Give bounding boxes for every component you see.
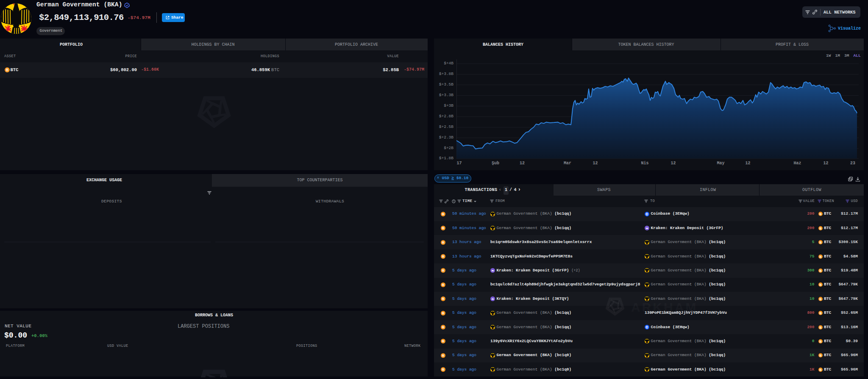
svg-text:B: B	[819, 354, 821, 357]
svg-text:B: B	[442, 255, 445, 258]
svg-text:B: B	[819, 213, 821, 216]
svg-text:B: B	[819, 326, 821, 329]
svg-text:B: B	[6, 68, 8, 72]
svg-text:B: B	[819, 312, 821, 315]
svg-text:B: B	[442, 311, 445, 315]
svg-text:B: B	[442, 212, 445, 216]
svg-text:B: B	[442, 368, 445, 371]
svg-text:B: B	[442, 226, 445, 230]
svg-text:B: B	[819, 269, 821, 272]
svg-text:B: B	[442, 354, 445, 357]
svg-text:B: B	[442, 325, 445, 329]
svg-text:B: B	[819, 255, 821, 258]
svg-text:B: B	[442, 340, 445, 343]
svg-text:B: B	[819, 227, 821, 230]
svg-text:B: B	[819, 340, 821, 343]
svg-text:B: B	[442, 297, 445, 301]
svg-text:B: B	[442, 283, 445, 287]
svg-text:B: B	[442, 269, 445, 273]
svg-text:B: B	[819, 283, 821, 286]
svg-text:B: B	[819, 241, 821, 244]
svg-text:B: B	[819, 297, 821, 300]
svg-text:B: B	[442, 241, 445, 244]
svg-text:B: B	[819, 368, 821, 371]
